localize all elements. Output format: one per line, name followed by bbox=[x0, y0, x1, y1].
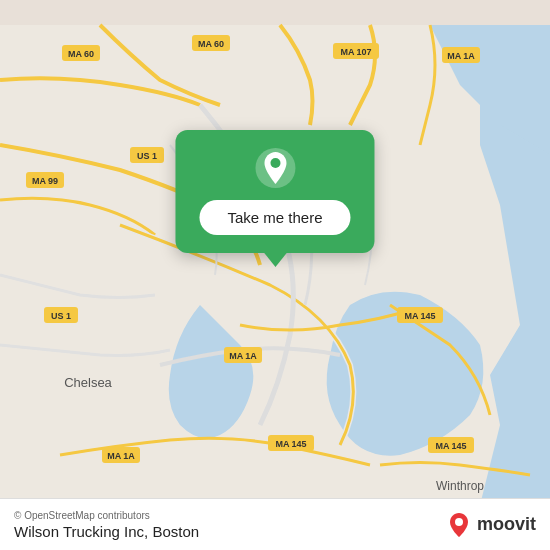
moovit-icon bbox=[445, 511, 473, 539]
svg-text:Chelsea: Chelsea bbox=[64, 375, 112, 390]
location-popup: Take me there bbox=[175, 130, 374, 253]
svg-text:MA 60: MA 60 bbox=[198, 39, 224, 49]
svg-text:MA 107: MA 107 bbox=[340, 47, 371, 57]
svg-text:MA 99: MA 99 bbox=[32, 176, 58, 186]
location-pin-icon bbox=[253, 146, 297, 190]
place-info: © OpenStreetMap contributors Wilson Truc… bbox=[14, 510, 445, 540]
svg-text:US 1: US 1 bbox=[51, 311, 71, 321]
attribution-text: © OpenStreetMap contributors bbox=[14, 510, 445, 521]
svg-text:MA 60: MA 60 bbox=[68, 49, 94, 59]
svg-text:MA 145: MA 145 bbox=[435, 441, 466, 451]
svg-point-28 bbox=[270, 158, 280, 168]
svg-text:MA 1A: MA 1A bbox=[107, 451, 135, 461]
svg-text:US 1: US 1 bbox=[137, 151, 157, 161]
bottom-bar: © OpenStreetMap contributors Wilson Truc… bbox=[0, 498, 550, 550]
svg-text:MA 1A: MA 1A bbox=[447, 51, 475, 61]
svg-point-29 bbox=[455, 518, 463, 526]
map-container: MA 60 MA 60 MA 107 MA 1A US 1 MA 99 US 1… bbox=[0, 0, 550, 550]
svg-text:MA 1A: MA 1A bbox=[229, 351, 257, 361]
place-name: Wilson Trucking Inc, Boston bbox=[14, 523, 445, 540]
svg-text:MA 145: MA 145 bbox=[275, 439, 306, 449]
take-me-there-button[interactable]: Take me there bbox=[199, 200, 350, 235]
svg-text:MA 145: MA 145 bbox=[404, 311, 435, 321]
map-background: MA 60 MA 60 MA 107 MA 1A US 1 MA 99 US 1… bbox=[0, 0, 550, 550]
svg-text:Winthrop: Winthrop bbox=[436, 479, 484, 493]
moovit-text: moovit bbox=[477, 514, 536, 535]
moovit-logo: moovit bbox=[445, 511, 536, 539]
